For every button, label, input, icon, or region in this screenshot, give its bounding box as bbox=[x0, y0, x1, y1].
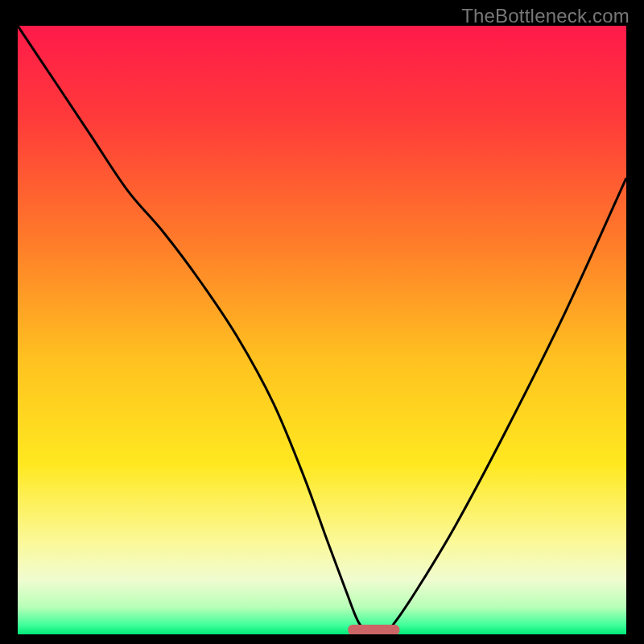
bottleneck-chart bbox=[18, 26, 626, 634]
optimal-marker bbox=[348, 625, 399, 634]
watermark-text: TheBottleneck.com bbox=[461, 5, 630, 27]
heat-background bbox=[18, 26, 626, 634]
chart-frame bbox=[18, 26, 626, 634]
